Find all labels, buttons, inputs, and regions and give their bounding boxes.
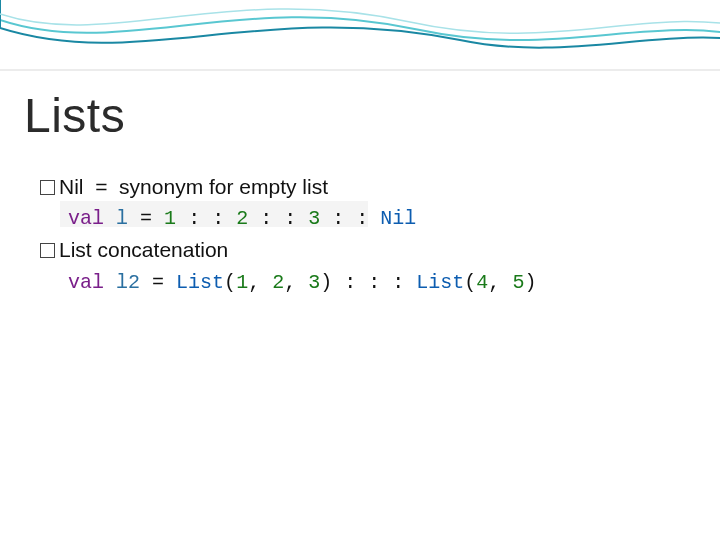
concat-op: : : : [344, 271, 404, 294]
code-line-1: val l = 1 : : 2 : : 3 : : Nil [40, 204, 536, 233]
equals: = [140, 207, 152, 230]
num-5: 5 [512, 271, 524, 294]
comma: , [248, 271, 260, 294]
identifier-l2: l2 [116, 271, 140, 294]
num-4: 4 [476, 271, 488, 294]
bullet-text: List concatenation [59, 238, 228, 261]
cons-op: : : [332, 207, 368, 230]
bullet-text: Nil = synonym for empty list [59, 175, 328, 198]
nil-literal: Nil [380, 207, 416, 230]
num-2: 2 [272, 271, 284, 294]
num-1: 1 [164, 207, 176, 230]
lparen: ( [464, 271, 476, 294]
keyword-val: val [68, 271, 104, 294]
cons-op: : : [188, 207, 224, 230]
comma: , [488, 271, 500, 294]
list-ctor: List [176, 271, 224, 294]
slide-content: Nil = synonym for empty list val l = 1 :… [40, 172, 536, 299]
num-3: 3 [308, 207, 320, 230]
identifier-l: l [116, 207, 128, 230]
bullet-nil: Nil = synonym for empty list [40, 172, 536, 202]
cons-op: : : [260, 207, 296, 230]
square-bullet-icon [40, 180, 55, 195]
equals: = [152, 271, 164, 294]
decorative-wave [0, 0, 720, 90]
num-2: 2 [236, 207, 248, 230]
code-line-2: val l2 = List(1, 2, 3) : : : List(4, 5) [40, 268, 536, 297]
slide: Lists Nil = synonym for empty list val l… [0, 0, 720, 540]
rparen: ) [524, 271, 536, 294]
comma: , [284, 271, 296, 294]
keyword-val: val [68, 207, 104, 230]
square-bullet-icon [40, 243, 55, 258]
wave-icon [0, 0, 720, 90]
num-3: 3 [308, 271, 320, 294]
lparen: ( [224, 271, 236, 294]
rparen: ) [320, 271, 332, 294]
list-ctor: List [416, 271, 464, 294]
bullet-concat: List concatenation [40, 235, 536, 265]
num-1: 1 [236, 271, 248, 294]
slide-title: Lists [24, 88, 125, 143]
